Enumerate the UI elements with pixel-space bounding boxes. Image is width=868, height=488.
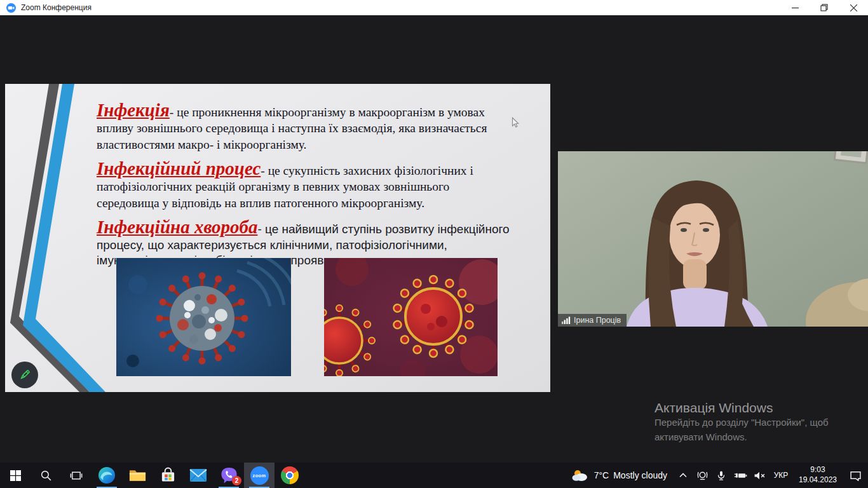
- viber-unread-badge: 2: [232, 476, 241, 485]
- microphone-icon: [716, 470, 726, 481]
- participant-video-tile[interactable]: Ірина Проців: [558, 151, 868, 327]
- tray-microphone-button[interactable]: [712, 463, 731, 488]
- windows-logo-icon: [10, 470, 21, 481]
- mail-icon: [189, 468, 207, 482]
- start-button[interactable]: [0, 463, 31, 488]
- edge-icon: [98, 466, 116, 484]
- watermark-line-1: Перейдіть до розділу "Настройки", щоб: [654, 416, 829, 430]
- heading-infectious-disease: Інфекційна хвороба: [97, 217, 257, 237]
- action-center-button[interactable]: [843, 463, 868, 488]
- clock-widget[interactable]: 9:03 19.04.2023: [793, 465, 843, 485]
- system-tray: 7°C Mostly cloudy: [564, 463, 868, 488]
- weather-widget[interactable]: 7°C Mostly cloudy: [564, 463, 674, 488]
- pencil-icon: [18, 368, 32, 382]
- chevron-up-icon: [679, 472, 688, 478]
- connection-signal-icon: [562, 316, 571, 324]
- restore-icon: [820, 4, 828, 11]
- task-view-button[interactable]: [61, 463, 92, 488]
- windows-activation-watermark: Активація Windows Перейдіть до розділу "…: [654, 400, 829, 444]
- close-button[interactable]: [839, 0, 868, 15]
- shared-presentation-slide: Інфекція- це проникнення мікроорганізму …: [5, 84, 550, 392]
- tray-time: 9:03: [793, 465, 843, 475]
- taskbar-file-explorer-button[interactable]: [122, 463, 153, 488]
- taskbar-edge-button[interactable]: [92, 463, 122, 488]
- speaker-muted-icon: [754, 471, 766, 480]
- heading-infectious-process: Інфекційний процес: [97, 158, 261, 179]
- paragraph-infectious-process: Інфекційний процес- це сукупність захисн…: [97, 159, 511, 211]
- weather-cloud-icon: [571, 468, 590, 482]
- taskbar-mail-button[interactable]: [183, 463, 214, 488]
- taskbar-viber-button[interactable]: 2: [214, 463, 244, 488]
- participant-webcam-video: [558, 151, 868, 327]
- virus-image-red: [324, 258, 498, 376]
- notification-icon: [850, 470, 862, 481]
- close-icon: [850, 4, 857, 11]
- battery-plug-icon: [734, 471, 747, 480]
- slide-text-block: Інфекція- це проникнення мікроорганізму …: [97, 100, 511, 275]
- connect-cast-icon: [696, 470, 709, 481]
- zoom-window-titlebar: Zoom Конференция: [0, 0, 868, 15]
- tray-power-button[interactable]: [731, 463, 750, 488]
- search-icon: [40, 470, 52, 482]
- annotate-button[interactable]: [11, 362, 38, 388]
- heading-infection: Інфекція: [97, 100, 170, 120]
- show-hidden-icons-button[interactable]: [674, 463, 693, 488]
- zoom-app-icon: [6, 3, 16, 13]
- microsoft-store-icon: [160, 467, 176, 484]
- language-indicator[interactable]: УКР: [769, 471, 793, 480]
- minimize-icon: [792, 4, 799, 11]
- taskbar-chrome-button[interactable]: [275, 463, 305, 488]
- task-view-icon: [70, 470, 83, 481]
- participant-name: Ірина Проців: [574, 316, 621, 325]
- watermark-line-2: активувати Windows.: [654, 430, 829, 445]
- participant-name-tag: Ірина Проців: [558, 314, 627, 327]
- virus-image-blue: [116, 258, 291, 376]
- window-controls: [780, 0, 868, 15]
- windows-taskbar: 2 zoom 7°C Mostly cloudy: [0, 463, 868, 488]
- taskbar-zoom-button[interactable]: zoom: [244, 463, 275, 488]
- taskbar-search-button[interactable]: [31, 463, 61, 488]
- window-title: Zoom Конференция: [21, 3, 92, 12]
- file-explorer-icon: [128, 468, 147, 483]
- chrome-icon: [281, 466, 299, 484]
- zoom-taskbar-icon: zoom: [250, 466, 269, 485]
- tray-connect-button[interactable]: [693, 463, 712, 488]
- zoom-icon-word: zoom: [253, 473, 266, 478]
- weather-temperature: 7°C: [594, 470, 609, 480]
- tray-date: 19.04.2023: [793, 475, 843, 485]
- weather-condition: Mostly cloudy: [613, 470, 667, 480]
- minimize-button[interactable]: [780, 0, 810, 15]
- watermark-title: Активація Windows: [654, 400, 829, 416]
- tray-volume-button[interactable]: [750, 463, 769, 488]
- restore-button[interactable]: [810, 0, 839, 15]
- mouse-cursor: [511, 117, 520, 128]
- taskbar-store-button[interactable]: [153, 463, 183, 488]
- paragraph-infection: Інфекція- це проникнення мікроорганізму …: [97, 100, 511, 152]
